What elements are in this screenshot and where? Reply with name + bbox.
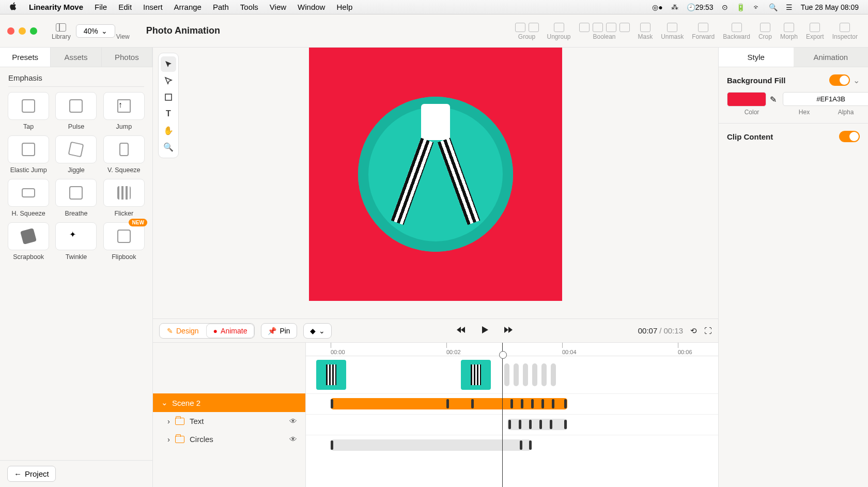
visibility-icon[interactable]: 👁 <box>289 435 297 444</box>
design-mode-button[interactable]: ✎Design <box>160 324 206 338</box>
eyedropper-icon[interactable]: ✎ <box>768 93 778 106</box>
backward-tool[interactable]: Backward <box>723 22 750 40</box>
window-controls <box>7 27 37 35</box>
app-toolbar: Library 40% ⌄ View Photo Animation Group… <box>0 14 868 48</box>
keyframe-thumb[interactable] <box>316 360 346 390</box>
crop-tool[interactable]: Crop <box>758 22 772 40</box>
preset-pulse[interactable]: Pulse <box>55 92 97 130</box>
menu-arrange[interactable]: Arrange <box>174 3 202 11</box>
pin-button[interactable]: 📌Pin <box>261 323 297 339</box>
tab-style[interactable]: Style <box>719 48 794 67</box>
keyframe-thumb[interactable] <box>461 360 491 390</box>
preset-elastic-jump[interactable]: Elastic Jump <box>7 135 50 174</box>
preset-twinkle[interactable]: ✦Twinkle <box>55 222 97 261</box>
anchor-dropdown[interactable]: ◆⌄ <box>303 323 332 339</box>
screen-record-icon[interactable]: ◎● <box>652 3 662 11</box>
boolean-tools[interactable]: Boolean <box>579 22 630 40</box>
node-tool[interactable] <box>161 73 176 88</box>
text-tool[interactable]: T <box>161 106 176 121</box>
loom-icon[interactable]: ⁂ <box>671 3 678 11</box>
ungroup-tools[interactable]: Ungroup <box>547 22 571 40</box>
menu-path[interactable]: Path <box>213 3 229 11</box>
window-minimize-button[interactable] <box>19 27 26 35</box>
preset-jiggle[interactable]: Jiggle <box>55 135 97 174</box>
inspector-tool[interactable]: Inspector <box>832 22 858 40</box>
preset-tap[interactable]: Tap <box>7 92 50 130</box>
menu-tools[interactable]: Tools <box>240 3 258 11</box>
text-track[interactable] <box>306 414 718 435</box>
menu-window[interactable]: Window <box>298 3 325 11</box>
artboard[interactable] <box>309 48 562 301</box>
inspector-panel: Style Animation Background Fill ⌄ ✎ C <box>718 48 868 487</box>
menu-help[interactable]: Help <box>336 3 352 11</box>
chevron-right-icon: › <box>167 435 170 444</box>
preset-breathe[interactable]: Breathe <box>55 179 97 217</box>
forward-button[interactable] <box>503 325 514 337</box>
forward-tool[interactable]: Forward <box>692 22 715 40</box>
layer-row-circles[interactable]: › Circles 👁 <box>153 430 305 448</box>
hand-tool[interactable]: ✋ <box>161 123 176 138</box>
window-close-button[interactable] <box>7 27 14 35</box>
tab-photos[interactable]: Photos <box>102 48 152 67</box>
bg-fill-label: Background Fill <box>727 76 785 85</box>
project-back-button[interactable]: ← Project <box>7 466 56 482</box>
library-toggle[interactable]: Library <box>52 22 71 40</box>
menu-edit[interactable]: Edit <box>118 3 132 11</box>
playhead[interactable] <box>502 343 503 487</box>
folder-icon <box>175 418 184 425</box>
zoom-dropdown[interactable]: 40% ⌄ <box>76 24 115 38</box>
chevron-down-icon: ⌄ <box>101 27 107 35</box>
group-tools[interactable]: Group <box>515 22 539 40</box>
expand-icon[interactable]: ⛶ <box>704 326 712 335</box>
wifi-icon[interactable]: ᯤ <box>753 3 761 11</box>
preset-h-squeeze[interactable]: H. Squeeze <box>7 179 50 217</box>
preset-flipbook[interactable]: NEWFlipbook <box>103 222 145 261</box>
tab-assets[interactable]: Assets <box>51 48 101 67</box>
morph-tool[interactable]: Morph <box>780 22 798 40</box>
chevron-down-icon: ⌄ <box>319 327 325 335</box>
canvas-viewport[interactable]: T ✋ 🔍 <box>153 48 718 318</box>
battery-icon[interactable]: 🔋 <box>736 3 745 11</box>
app-name[interactable]: Linearity Move <box>29 3 83 11</box>
control-center-icon[interactable]: ☰ <box>786 3 793 11</box>
clock[interactable]: Tue 28 May 08:09 <box>801 3 859 11</box>
window-zoom-button[interactable] <box>30 27 37 35</box>
preset-flicker[interactable]: Flicker <box>103 179 145 217</box>
mask-tool[interactable]: Mask <box>638 22 653 40</box>
timeline-tracks[interactable]: 00:00 00:02 00:04 00:06 00:08 <box>306 343 718 487</box>
macos-menubar: Linearity Move File Edit Insert Arrange … <box>0 0 868 14</box>
preset-v-squeeze[interactable]: V. Squeeze <box>103 135 145 174</box>
hex-field[interactable] <box>783 92 868 106</box>
timer-icon[interactable]: 🕘29:53 <box>687 3 714 11</box>
scene-header[interactable]: ⌄ Scene 2 <box>153 393 305 412</box>
tab-animation[interactable]: Animation <box>794 48 869 67</box>
animate-mode-button[interactable]: ●Animate <box>206 324 255 338</box>
tab-presets[interactable]: Presets <box>0 48 51 67</box>
export-tool[interactable]: Export <box>806 22 824 40</box>
scene-track[interactable] <box>306 393 718 414</box>
loop-icon[interactable]: ⟲ <box>690 326 697 336</box>
chevron-down-icon[interactable]: ⌄ <box>853 75 860 85</box>
bg-fill-toggle[interactable] <box>829 74 850 86</box>
zoom-tool[interactable]: 🔍 <box>161 139 176 155</box>
menu-file[interactable]: File <box>95 3 107 11</box>
preset-jump[interactable]: ↑Jump <box>103 92 145 130</box>
rewind-button[interactable] <box>456 325 466 337</box>
play-status-icon[interactable]: ⊙ <box>722 3 728 11</box>
play-button[interactable] <box>479 325 490 337</box>
spotlight-icon[interactable]: 🔍 <box>769 3 778 11</box>
unmask-tool[interactable]: Unmask <box>661 22 684 40</box>
menu-view[interactable]: View <box>270 3 286 11</box>
menu-insert[interactable]: Insert <box>143 3 163 11</box>
preset-scrapbook[interactable]: Scrapbook <box>7 222 50 261</box>
playback-controls <box>456 325 514 337</box>
color-swatch[interactable] <box>727 92 766 106</box>
circles-track[interactable] <box>306 435 718 455</box>
move-tool[interactable] <box>161 56 176 72</box>
shape-tool[interactable] <box>161 89 176 105</box>
time-ruler[interactable]: 00:00 00:02 00:04 00:06 00:08 <box>306 343 718 356</box>
clip-content-toggle[interactable] <box>839 131 860 142</box>
visibility-icon[interactable]: 👁 <box>289 417 297 425</box>
time-readout: 00:07/00:13 ⟲ ⛶ <box>638 326 712 336</box>
layer-row-text[interactable]: › Text 👁 <box>153 412 305 430</box>
